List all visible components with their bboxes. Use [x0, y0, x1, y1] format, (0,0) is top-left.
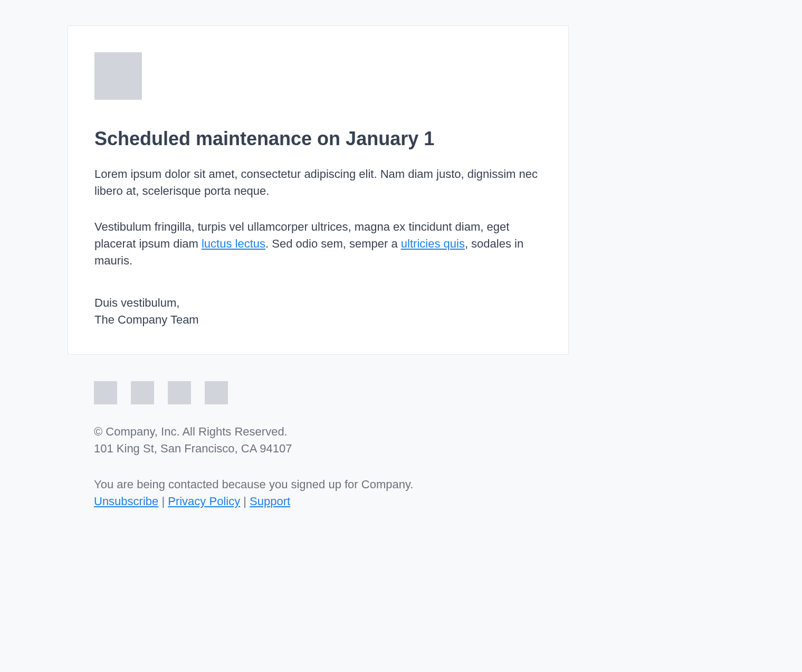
email-paragraph-2: Vestibulum fringilla, turpis vel ullamco… — [94, 219, 542, 269]
email-body: Lorem ipsum dolor sit amet, consectetur … — [94, 166, 542, 269]
luctus-lectus-link[interactable]: luctus lectus — [202, 237, 265, 250]
social-icon-2[interactable] — [131, 381, 154, 404]
support-link[interactable]: Support — [250, 495, 290, 508]
email-paragraph-1: Lorem ipsum dolor sit amet, consectetur … — [94, 166, 542, 200]
unsubscribe-link[interactable]: Unsubscribe — [94, 495, 158, 508]
email-signoff: Duis vestibulum, The Company Team — [94, 295, 542, 328]
signoff-line-2: The Company Team — [94, 311, 542, 328]
email-title: Scheduled maintenance on January 1 — [94, 127, 542, 150]
footer-copyright: © Company, Inc. All Rights Reserved. — [94, 423, 542, 440]
separator: | — [240, 495, 250, 508]
privacy-policy-link[interactable]: Privacy Policy — [168, 495, 240, 508]
signoff-line-1: Duis vestibulum, — [94, 295, 542, 311]
footer-company-info: © Company, Inc. All Rights Reserved. 101… — [94, 423, 542, 457]
footer-links-row: Unsubscribe | Privacy Policy | Support — [94, 493, 542, 510]
footer-contact-reason: You are being contacted because you sign… — [94, 476, 542, 493]
social-icon-3[interactable] — [168, 381, 191, 404]
social-icon-1[interactable] — [94, 381, 117, 404]
ultricies-quis-link[interactable]: ultricies quis — [401, 237, 465, 250]
social-icons-row — [94, 381, 542, 404]
footer-address: 101 King St, San Francisco, CA 94107 — [94, 440, 542, 457]
email-footer: © Company, Inc. All Rights Reserved. 101… — [68, 355, 569, 510]
logo-placeholder — [94, 52, 142, 100]
separator: | — [158, 495, 168, 508]
footer-legal: You are being contacted because you sign… — [94, 476, 542, 510]
email-card: Scheduled maintenance on January 1 Lorem… — [68, 25, 569, 355]
social-icon-4[interactable] — [205, 381, 228, 404]
paragraph-text: . Sed odio sem, semper a — [265, 237, 401, 250]
